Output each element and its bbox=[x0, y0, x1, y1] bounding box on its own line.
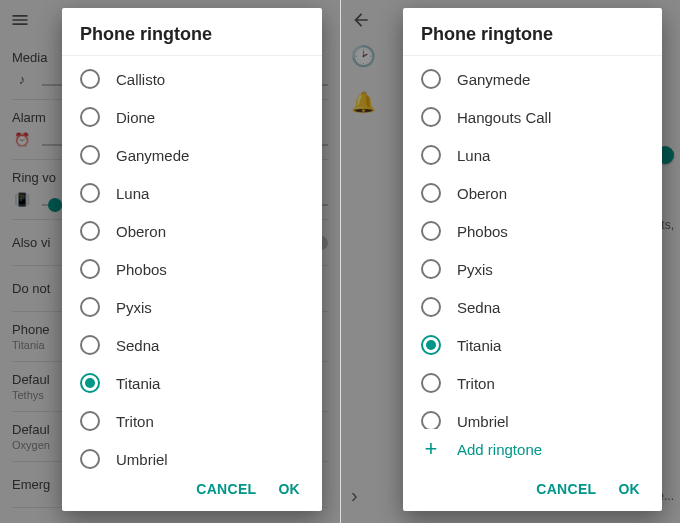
radio-unselected-icon bbox=[421, 69, 441, 89]
ringtone-option[interactable]: Ganymede bbox=[62, 136, 322, 174]
ringtone-option-label: Phobos bbox=[116, 261, 167, 278]
radio-unselected-icon bbox=[421, 145, 441, 165]
ringtone-option[interactable]: Pyxis bbox=[62, 288, 322, 326]
radio-unselected-icon bbox=[80, 297, 100, 317]
ringtone-option-label: Luna bbox=[116, 185, 149, 202]
ringtone-option-label: Triton bbox=[457, 375, 495, 392]
ringtone-option-label: Pyxis bbox=[116, 299, 152, 316]
radio-selected-icon bbox=[421, 335, 441, 355]
radio-unselected-icon bbox=[421, 297, 441, 317]
ringtone-option[interactable]: Triton bbox=[403, 364, 662, 402]
ringtone-option[interactable]: Oberon bbox=[403, 174, 662, 212]
radio-unselected-icon bbox=[80, 69, 100, 89]
radio-unselected-icon bbox=[421, 411, 441, 429]
plus-icon: + bbox=[421, 439, 441, 459]
ok-button[interactable]: OK bbox=[278, 481, 300, 497]
ringtone-option[interactable]: Luna bbox=[62, 174, 322, 212]
ringtone-option-label: Phobos bbox=[457, 223, 508, 240]
radio-unselected-icon bbox=[80, 107, 100, 127]
ringtone-option-label: Sedna bbox=[457, 299, 500, 316]
radio-unselected-icon bbox=[80, 221, 100, 241]
ringtone-option-label: Triton bbox=[116, 413, 154, 430]
ringtone-option-label: Ganymede bbox=[116, 147, 189, 164]
ringtone-option-label: Titania bbox=[457, 337, 501, 354]
ringtone-option-label: Sedna bbox=[116, 337, 159, 354]
dialog-title: Phone ringtone bbox=[403, 8, 662, 56]
radio-unselected-icon bbox=[80, 183, 100, 203]
ringtone-option-list[interactable]: CallistoDioneGanymedeLunaOberonPhobosPyx… bbox=[62, 56, 322, 469]
radio-unselected-icon bbox=[421, 221, 441, 241]
radio-unselected-icon bbox=[421, 107, 441, 127]
ringtone-option-label: Oberon bbox=[457, 185, 507, 202]
ringtone-option[interactable]: Titania bbox=[403, 326, 662, 364]
radio-unselected-icon bbox=[421, 183, 441, 203]
radio-unselected-icon bbox=[80, 449, 100, 469]
cancel-button[interactable]: CANCEL bbox=[536, 481, 596, 497]
ringtone-option[interactable]: Oberon bbox=[62, 212, 322, 250]
ringtone-option[interactable]: Phobos bbox=[403, 212, 662, 250]
radio-unselected-icon bbox=[80, 411, 100, 431]
left-panel: Media ♪ Alarm ⏰ Ring vo 📳 Also vi D bbox=[0, 0, 340, 523]
ringtone-option[interactable]: Callisto bbox=[62, 60, 322, 98]
add-ringtone-row[interactable]: + Add ringtone bbox=[403, 429, 662, 469]
radio-unselected-icon bbox=[421, 259, 441, 279]
ringtone-option-list[interactable]: GanymedeHangouts CallLunaOberonPhobosPyx… bbox=[403, 56, 662, 429]
dialog-actions: CANCEL OK bbox=[62, 469, 322, 511]
ringtone-option[interactable]: Hangouts Call bbox=[403, 98, 662, 136]
ok-button[interactable]: OK bbox=[618, 481, 640, 497]
ringtone-option[interactable]: Umbriel bbox=[62, 440, 322, 469]
ringtone-option[interactable]: Sedna bbox=[403, 288, 662, 326]
ringtone-dialog-left: Phone ringtone CallistoDioneGanymedeLuna… bbox=[62, 8, 322, 511]
radio-unselected-icon bbox=[80, 145, 100, 165]
ringtone-option[interactable]: Dione bbox=[62, 98, 322, 136]
ringtone-option-label: Ganymede bbox=[457, 71, 530, 88]
ringtone-option[interactable]: Triton bbox=[62, 402, 322, 440]
ringtone-option[interactable]: Ganymede bbox=[403, 60, 662, 98]
radio-selected-icon bbox=[80, 373, 100, 393]
ringtone-option[interactable]: Phobos bbox=[62, 250, 322, 288]
ringtone-option[interactable]: Pyxis bbox=[403, 250, 662, 288]
dialog-title: Phone ringtone bbox=[62, 8, 322, 56]
add-ringtone-label: Add ringtone bbox=[457, 441, 542, 458]
ringtone-option[interactable]: Luna bbox=[403, 136, 662, 174]
ringtone-option[interactable]: Umbriel bbox=[403, 402, 662, 429]
radio-unselected-icon bbox=[80, 335, 100, 355]
ringtone-option-label: Umbriel bbox=[116, 451, 168, 468]
cancel-button[interactable]: CANCEL bbox=[196, 481, 256, 497]
ringtone-option-label: Pyxis bbox=[457, 261, 493, 278]
dialog-actions: CANCEL OK bbox=[403, 469, 662, 511]
ringtone-option-label: Dione bbox=[116, 109, 155, 126]
ringtone-option[interactable]: Titania bbox=[62, 364, 322, 402]
radio-unselected-icon bbox=[80, 259, 100, 279]
ringtone-option-label: Callisto bbox=[116, 71, 165, 88]
ringtone-option[interactable]: Sedna bbox=[62, 326, 322, 364]
ringtone-option-label: Luna bbox=[457, 147, 490, 164]
radio-unselected-icon bbox=[421, 373, 441, 393]
ringtone-option-label: Hangouts Call bbox=[457, 109, 551, 126]
ringtone-option-label: Umbriel bbox=[457, 413, 509, 430]
ringtone-option-label: Titania bbox=[116, 375, 160, 392]
ringtone-option-label: Oberon bbox=[116, 223, 166, 240]
right-panel: ts, Scree... 🕑 🔔 › Phone ringtone Ganyme… bbox=[340, 0, 680, 523]
ringtone-dialog-right: Phone ringtone GanymedeHangouts CallLuna… bbox=[403, 8, 662, 511]
